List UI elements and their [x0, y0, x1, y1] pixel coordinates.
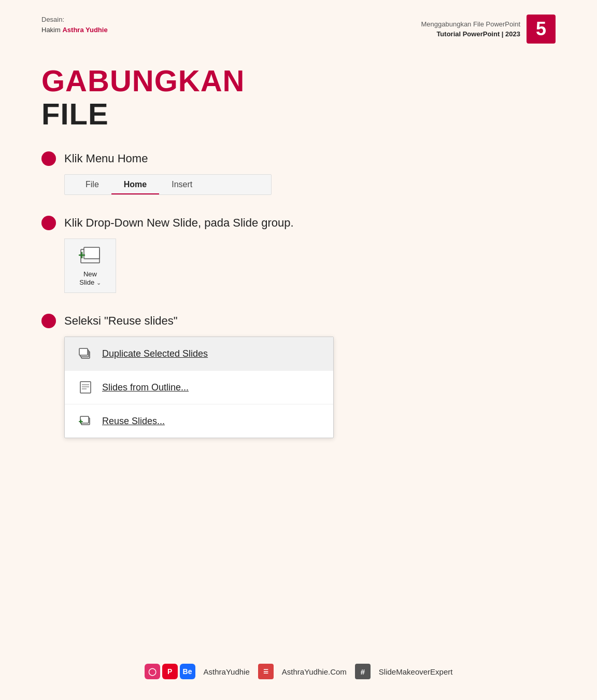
step-2-dot: [41, 216, 56, 230]
menu-bar: File Home Insert: [64, 174, 272, 195]
step-1: Klik Menu Home File Home Insert: [41, 151, 556, 195]
header-subtitle: Menggabungkan File PowerPoint: [421, 19, 520, 30]
page-title: GABUNGKAN FILE: [41, 64, 556, 131]
outline-label: Slides from Outline...: [102, 382, 189, 393]
duplicate-icon: [77, 346, 94, 361]
step-2-heading: Klik Drop-Down New Slide, pada Slide gro…: [41, 216, 556, 230]
dropdown-item-outline[interactable]: Slides from Outline...: [65, 371, 333, 404]
web-icon[interactable]: ☰: [258, 664, 274, 679]
header: Desain: Hakim Asthra Yudhie Menggabungka…: [0, 0, 597, 44]
step-3-dot: [41, 314, 56, 328]
dropdown-item-reuse[interactable]: Reuse Slides...: [65, 404, 333, 438]
social-group-1: ◯ P Be: [145, 664, 195, 679]
svg-rect-7: [80, 382, 91, 393]
duplicate-label: Duplicate Selected Slides: [102, 348, 208, 359]
new-slide-chevron: ⌄: [96, 279, 101, 286]
header-right: Menggabungkan File PowerPoint Tutorial P…: [421, 15, 556, 44]
tab-insert[interactable]: Insert: [159, 175, 205, 194]
hashtag-icon[interactable]: #: [355, 664, 371, 679]
step-3-heading: Seleksi "Reuse slides": [41, 314, 556, 328]
tab-file[interactable]: File: [73, 175, 111, 194]
instagram-icon[interactable]: ◯: [145, 664, 160, 679]
tab-home[interactable]: Home: [111, 175, 159, 194]
pinterest-icon[interactable]: P: [162, 664, 178, 679]
footer-website: AsthraYudhie.Com: [282, 667, 347, 676]
step-2-label: Klik Drop-Down New Slide, pada Slide gro…: [64, 216, 294, 230]
social-group-hashtag: #: [355, 664, 371, 679]
step-3-label: Seleksi "Reuse slides": [64, 314, 178, 328]
dropdown-menu: Duplicate Selected Slides Slides from Ou…: [64, 337, 334, 438]
step-2: Klik Drop-Down New Slide, pada Slide gro…: [41, 216, 556, 293]
outline-icon: [77, 380, 94, 395]
title-line2: FILE: [41, 97, 556, 131]
footer: ◯ P Be AsthraYudhie ☰ AsthraYudhie.Com #…: [0, 664, 597, 679]
reuse-label: Reuse Slides...: [102, 416, 165, 427]
designer-name: Asthra Yudhie: [62, 26, 107, 34]
designer-prefix: Desain:: [41, 15, 108, 25]
svg-rect-1: [84, 247, 100, 259]
step-1-dot: [41, 151, 56, 166]
new-slide-label: New Slide ⌄: [79, 270, 101, 288]
new-slide-icon: [78, 245, 103, 267]
step-1-label: Klik Menu Home: [64, 152, 148, 165]
step-1-heading: Klik Menu Home: [41, 151, 556, 166]
header-title: Tutorial PowerPoint | 2023: [421, 29, 520, 39]
social-group-web: ☰: [258, 664, 274, 679]
page-number: 5: [527, 15, 556, 44]
step-3: Seleksi "Reuse slides" Duplicate Selecte…: [41, 314, 556, 438]
svg-rect-6: [79, 348, 88, 355]
title-line1: GABUNGKAN: [41, 64, 556, 97]
header-right-text: Menggabungkan File PowerPoint Tutorial P…: [421, 19, 520, 39]
dropdown-item-duplicate[interactable]: Duplicate Selected Slides: [65, 337, 333, 371]
footer-handle: AsthraYudhie: [204, 667, 250, 676]
behance-icon[interactable]: Be: [180, 664, 195, 679]
footer-channel: SlideMakeoverExpert: [379, 667, 453, 676]
new-slide-button[interactable]: New Slide ⌄: [64, 239, 116, 293]
designer-fullname: Hakim Asthra Yudhie: [41, 25, 108, 35]
svg-rect-12: [80, 416, 89, 423]
main-content: GABUNGKAN FILE Klik Menu Home File Home …: [0, 44, 597, 438]
header-left: Desain: Hakim Asthra Yudhie: [41, 15, 108, 35]
reuse-icon: [77, 414, 94, 428]
